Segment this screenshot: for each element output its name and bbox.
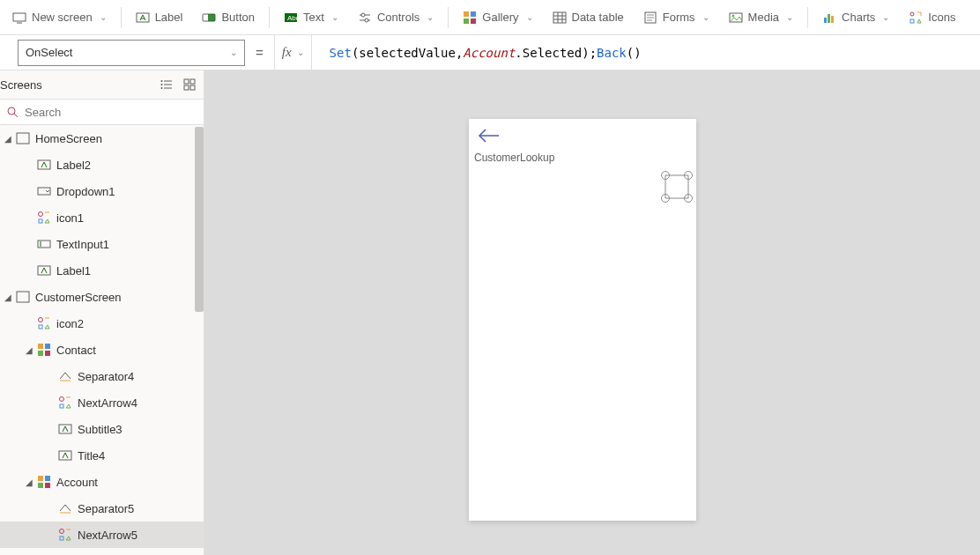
tree-node-label1[interactable]: Label1 — [0, 257, 204, 284]
svg-rect-53 — [39, 325, 42, 329]
separator — [448, 7, 449, 28]
shapes-icon — [37, 316, 51, 330]
controls-icon — [358, 11, 372, 25]
tree-node-account[interactable]: ◢ Account — [0, 469, 204, 495]
button-button[interactable]: Button — [193, 2, 264, 33]
device-preview[interactable]: CustomerLookup — [469, 119, 696, 521]
icons-button[interactable]: Icons — [900, 2, 964, 33]
tree-node-icon2[interactable]: icon2 — [0, 310, 204, 337]
label-icon — [58, 448, 72, 462]
chevron-down-icon: ⌄ — [786, 12, 793, 22]
svg-point-68 — [60, 529, 64, 534]
label-icon — [136, 11, 150, 25]
collapse-icon[interactable]: ◢ — [2, 292, 14, 302]
gallery-label: Gallery — [482, 11, 518, 24]
tree-node-separator5[interactable]: Separator5 — [0, 495, 204, 522]
label-icon — [37, 158, 51, 172]
media-button[interactable]: Media ⌄ — [720, 2, 802, 33]
controls-button[interactable]: Controls ⌄ — [349, 2, 442, 33]
button-label: Button — [221, 11, 255, 24]
separator — [121, 7, 122, 28]
screens-panel-header: Screens — [0, 70, 204, 99]
charts-button[interactable]: Charts ⌄ — [813, 2, 898, 33]
data-table-button[interactable]: Data table — [544, 2, 633, 33]
tree-node-title4[interactable]: Title4 — [0, 442, 204, 469]
svg-point-41 — [8, 107, 15, 115]
node-label: Label2 — [56, 159, 91, 172]
svg-point-25 — [731, 14, 734, 17]
tree-node-textinput1[interactable]: TextInput1 — [0, 231, 204, 257]
formula-token: .Selected) — [515, 46, 589, 60]
media-label: Media — [748, 11, 779, 24]
node-label: Subtitle3 — [78, 423, 122, 436]
tree-node-icon1[interactable]: icon1 — [0, 204, 204, 231]
selection-handles[interactable] — [661, 171, 693, 203]
chevron-down-icon: ⌄ — [427, 12, 434, 22]
data-table-icon — [553, 11, 567, 25]
svg-point-36 — [161, 87, 163, 89]
svg-point-52 — [39, 318, 43, 322]
search-input[interactable] — [19, 106, 198, 119]
design-canvas[interactable]: CustomerLookup — [204, 70, 980, 555]
list-view-icon[interactable] — [160, 78, 174, 92]
tree-node-separator4[interactable]: Separator4 — [0, 363, 204, 389]
chevron-down-icon: ⌄ — [297, 48, 304, 57]
svg-rect-13 — [464, 18, 469, 24]
tree-node-contact[interactable]: ◢ Contact — [0, 337, 204, 363]
grid-view-icon[interactable] — [182, 78, 197, 92]
search-icon — [5, 105, 19, 119]
svg-point-59 — [60, 397, 64, 402]
formula-bar: OnSelect ⌄ = fx ⌄ Set(selectedValue,Acco… — [0, 35, 980, 70]
tree-node-label2[interactable]: Label2 — [0, 152, 204, 178]
collapse-icon[interactable]: ◢ — [23, 477, 35, 487]
label-button[interactable]: Label — [127, 2, 192, 33]
property-selector[interactable]: OnSelect ⌄ — [18, 40, 245, 66]
node-label: Account — [56, 476, 98, 489]
back-arrow-icon[interactable] — [478, 133, 501, 146]
svg-rect-66 — [45, 483, 50, 488]
gallery-icon — [37, 475, 51, 489]
svg-rect-43 — [17, 133, 29, 144]
label-icon — [37, 263, 51, 278]
forms-button[interactable]: Forms ⌄ — [635, 2, 718, 33]
dropdown-icon — [37, 184, 51, 198]
tree-scrollbar[interactable] — [195, 125, 204, 555]
button-icon — [202, 11, 216, 25]
svg-rect-40 — [190, 85, 195, 90]
textinput-icon — [37, 237, 51, 251]
separator-icon — [58, 501, 72, 515]
search-box[interactable] — [0, 99, 204, 125]
node-label: NextArrow5 — [78, 529, 137, 542]
node-label: Separator4 — [78, 370, 134, 383]
tree-node-home-screen[interactable]: ◢ HomeScreen — [0, 125, 204, 152]
equals-sign: = — [256, 45, 264, 60]
screen-icon — [16, 131, 30, 145]
gallery-icon — [37, 343, 51, 357]
collapse-icon[interactable]: ◢ — [2, 134, 14, 144]
shapes-icon — [58, 396, 72, 410]
tree-node-subtitle3[interactable]: Subtitle3 — [0, 416, 204, 442]
svg-rect-27 — [828, 14, 830, 23]
tree-node-dropdown1[interactable]: Dropdown1 — [0, 178, 204, 204]
tree-node-customer-screen[interactable]: ◢ CustomerScreen — [0, 284, 204, 310]
collapse-icon[interactable]: ◢ — [23, 345, 35, 355]
fx-indicator[interactable]: fx ⌄ — [274, 35, 312, 70]
svg-rect-26 — [824, 18, 827, 23]
tree-node-nextarrow4[interactable]: NextArrow4 — [0, 389, 204, 416]
device-header — [469, 119, 696, 150]
svg-point-34 — [161, 80, 163, 82]
formula-input[interactable]: Set(selectedValue,Account.Selected);Back… — [323, 46, 980, 60]
scrollbar-thumb[interactable] — [195, 127, 204, 312]
tree-node-nextarrow5[interactable]: NextArrow5 — [0, 522, 204, 548]
node-label: Contact — [56, 344, 96, 357]
label-label: Label — [155, 11, 183, 24]
svg-rect-38 — [190, 79, 195, 84]
text-button[interactable]: Abc Text ⌄ — [275, 2, 347, 33]
svg-rect-56 — [38, 351, 43, 356]
gallery-button[interactable]: Gallery ⌄ — [454, 2, 541, 33]
customer-lookup-label: CustomerLookup — [469, 150, 696, 166]
new-screen-label: New screen — [32, 11, 93, 24]
new-screen-button[interactable]: New screen ⌄ — [4, 2, 115, 33]
svg-rect-12 — [471, 11, 476, 17]
svg-line-42 — [14, 114, 18, 117]
